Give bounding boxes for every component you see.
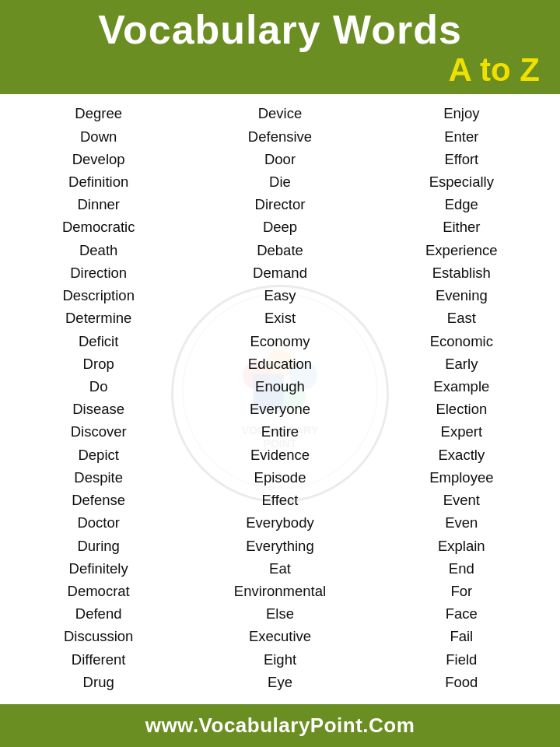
list-item: Discussion [64,625,133,647]
list-item: Do [89,375,108,398]
list-item: Entire [261,420,299,443]
list-item: Drug [83,671,114,693]
list-item: Deep [263,216,297,238]
list-item: Experience [425,239,498,261]
list-item: Everybody [246,511,313,534]
list-item: Field [446,648,477,671]
list-item: Everything [246,535,313,557]
list-item: Develop [72,148,125,170]
list-item: Employee [429,466,493,489]
list-item: Executive [249,625,311,647]
list-item: Doctor [77,511,120,534]
list-item: Effort [444,148,478,170]
list-item: Defense [72,489,125,511]
list-item: Discover [71,420,127,443]
header: Vocabulary Words A to Z [0,0,560,94]
list-item: Establish [432,261,491,284]
list-item: Defensive [248,125,312,148]
list-item: Exist [264,307,296,329]
content-area: VOCABULARY POINT DegreeDownDevelopDefini… [0,94,560,693]
list-item: Everyone [250,398,310,420]
list-item: Despite [74,466,123,489]
list-item: Environmental [234,580,326,602]
list-item: Degree [75,102,122,124]
list-item: Description [62,284,135,307]
list-item: Determine [65,307,131,329]
header-subtitle: A to Z [12,52,548,88]
list-item: Either [443,216,480,238]
list-item: Expert [441,420,482,443]
list-item: Exactly [439,444,485,466]
list-item: Demand [253,261,307,284]
list-item: Eat [269,557,291,580]
list-item: During [77,535,120,557]
list-item: Economy [250,330,310,352]
list-item: Fail [450,625,473,647]
list-item: Debate [257,239,303,261]
word-columns: DegreeDownDevelopDefinitionDinnerDemocra… [8,102,552,693]
list-item: Device [258,102,303,124]
list-item: Education [248,352,312,375]
list-item: Evidence [250,444,310,466]
list-item: Food [445,671,478,693]
list-item: Democrat [68,580,130,602]
list-item: Face [446,602,478,625]
list-item: Especially [429,170,494,193]
column-1: DegreeDownDevelopDefinitionDinnerDemocra… [8,102,189,693]
footer-url: www.VocabularyPoint.Com [8,714,552,738]
list-item: Effect [262,489,299,511]
list-item: Down [80,125,117,148]
list-item: Definition [68,170,128,193]
list-item: Direction [70,261,127,284]
list-item: Door [264,148,296,170]
list-item: Example [433,375,489,398]
list-item: Different [72,648,126,671]
list-item: Depict [78,444,118,466]
list-item: Else [266,602,294,625]
list-item: Democratic [62,216,135,238]
list-item: Enough [255,375,305,398]
list-item: Election [436,398,487,420]
list-item: Eye [268,671,292,693]
list-item: Evening [436,284,488,307]
list-item: For [450,580,472,602]
column-3: EnjoyEnterEffortEspeciallyEdgeEitherExpe… [371,102,552,693]
list-item: Disease [72,398,124,420]
list-item: Death [79,239,117,261]
list-item: Deficit [79,330,118,352]
list-item: Event [443,489,480,511]
list-item: Early [445,352,478,375]
list-item: Edge [445,193,478,216]
list-item: Enter [444,125,478,148]
list-item: Dinner [77,193,120,216]
footer: www.VocabularyPoint.Com [0,704,560,747]
list-item: Die [269,170,291,193]
list-item: Eight [264,648,296,671]
list-item: Easy [264,284,296,307]
list-item: East [447,307,476,329]
list-item: Drop [83,352,114,375]
list-item: Enjoy [443,102,479,124]
list-item: Definitely [69,557,128,580]
list-item: Economic [430,330,493,352]
header-title: Vocabulary Words [12,8,548,52]
list-item: Defend [75,602,122,625]
column-2: DeviceDefensiveDoorDieDirectorDeepDebate… [189,102,370,693]
list-item: Episode [254,466,306,489]
list-item: Director [255,193,306,216]
list-item: Explain [438,535,485,557]
list-item: End [449,557,474,580]
list-item: Even [445,511,478,534]
